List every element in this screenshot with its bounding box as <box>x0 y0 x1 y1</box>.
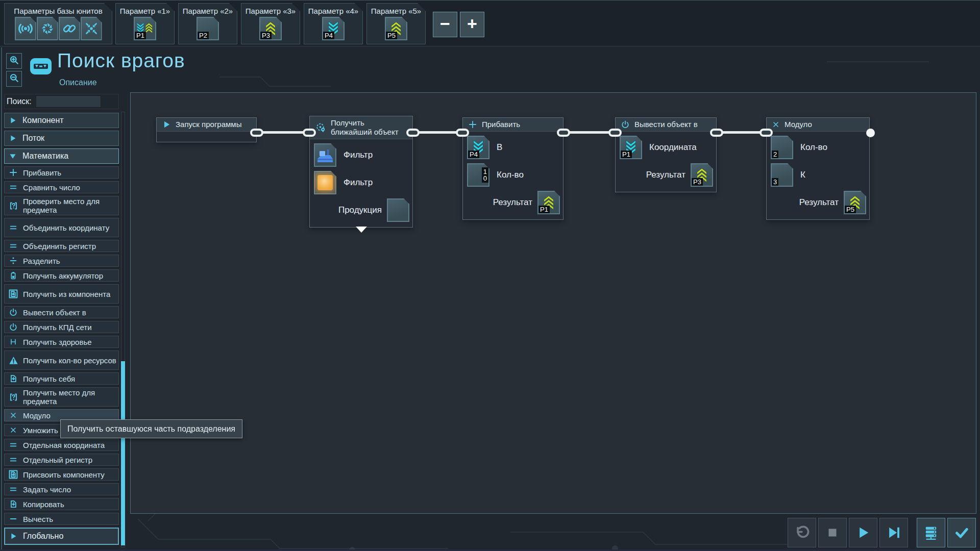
sidebar-item-7[interactable]: Объединить регистр <box>4 240 119 252</box>
sidebar-entry-label: Поток <box>22 134 44 143</box>
sidebar-item-5[interactable]: Проверить место для предмета <box>4 196 119 215</box>
node-header[interactable]: Прибавить <box>463 118 563 132</box>
parameter-slot-P1[interactable]: P1 <box>134 17 156 40</box>
wire-endpoint[interactable] <box>866 129 875 137</box>
node-slot[interactable] <box>314 171 336 194</box>
connector-plug[interactable] <box>710 129 723 137</box>
parameter-slot-P5[interactable]: P5 <box>385 17 407 40</box>
radio-icon <box>16 19 35 38</box>
node-4[interactable]: Модуло2Кол-во3КРезультатP5 <box>766 117 870 220</box>
search-row: Поиск: <box>4 94 119 109</box>
parameter-slot-P3[interactable]: P3 <box>259 17 282 40</box>
stop-icon <box>825 525 840 540</box>
sidebar-item-4[interactable]: Сравнить число <box>4 181 119 193</box>
sidebar-item-16[interactable]: Получить место для предмета <box>4 387 119 407</box>
node-slot[interactable] <box>387 198 409 222</box>
sidebar-category-2[interactable]: Математика <box>4 148 119 164</box>
remove-parameter-button[interactable]: − <box>433 12 457 37</box>
triangle-right-icon <box>9 532 17 540</box>
sidebar-item-3[interactable]: Прибавить <box>4 166 119 179</box>
tab-parameter-5[interactable]: Параметр «5»P5 <box>366 3 426 44</box>
page-subtitle[interactable]: Описание <box>59 78 97 87</box>
sidebar-entry-label: Вывести объект в <box>23 308 86 317</box>
sidebar-item-14[interactable]: Получить кол-во ресурсов <box>4 350 119 370</box>
node-2[interactable]: ПрибавитьP4В1 0Кол-воРезультатP1 <box>462 117 564 220</box>
play-big-icon <box>855 525 871 540</box>
undo-button[interactable] <box>788 518 816 547</box>
tab-parameter-4[interactable]: Параметр «4»P4 <box>304 3 363 44</box>
check-button[interactable] <box>947 518 976 547</box>
parameter-slot-P4[interactable]: P4 <box>322 17 345 40</box>
connector-plug[interactable] <box>456 129 469 137</box>
node-slot[interactable]: 1 0 <box>467 163 489 187</box>
node-header[interactable]: Модуло <box>767 118 869 132</box>
node-slot[interactable]: P3 <box>691 163 713 187</box>
sidebar-item-21[interactable]: Присвоить компоненту <box>4 468 119 481</box>
add-parameter-button[interactable]: + <box>460 12 484 37</box>
unit-base-params-tab[interactable]: Параметры базы юнитов <box>4 3 112 44</box>
sidebar-item-10[interactable]: Получить из компонента <box>4 284 119 304</box>
node-slot[interactable]: P1 <box>537 191 560 214</box>
tab-parameter-2[interactable]: Параметр «2»P2 <box>178 3 237 44</box>
equals-icon <box>7 485 20 494</box>
sidebar-item-22[interactable]: Задать число <box>4 483 119 495</box>
sidebar-item-9[interactable]: Получить аккумулятор <box>4 269 119 282</box>
sidebar-item-19[interactable]: Отдельная координата <box>4 439 119 451</box>
node-slot[interactable]: P4 <box>467 136 489 159</box>
group-slot-fan[interactable] <box>37 17 58 40</box>
search-label: Поиск: <box>7 97 32 106</box>
sidebar-entry-label: Получить место для предмета <box>23 388 118 406</box>
node-slot[interactable]: P5 <box>844 191 866 214</box>
node-0[interactable]: Запуск программы <box>156 117 257 142</box>
connector-plug[interactable] <box>608 129 622 137</box>
step-button[interactable] <box>879 518 908 547</box>
sidebar-item-11[interactable]: Вывести объект в <box>4 306 119 318</box>
sidebar-item-15[interactable]: Получить себя <box>4 372 119 385</box>
sidebar-item-13[interactable]: Получить здоровье <box>4 336 119 348</box>
play-button[interactable] <box>849 518 877 547</box>
tab-parameter-slots: P1 <box>116 17 174 40</box>
node-slot[interactable]: 3 <box>771 163 793 187</box>
tab-parameter-3[interactable]: Параметр «3»P3 <box>241 3 300 44</box>
sidebar-category-1[interactable]: Поток <box>4 131 119 146</box>
group-slot-radio[interactable] <box>15 17 36 40</box>
zoom-out-button[interactable] <box>6 71 22 87</box>
node-slot[interactable]: 2 <box>771 136 793 159</box>
connector-plug[interactable] <box>406 129 420 137</box>
node-slot[interactable] <box>314 143 336 167</box>
slot-badge: P5 <box>386 32 397 39</box>
sidebar-item-20[interactable]: Отдельный регистр <box>4 454 119 466</box>
zoom-in-button[interactable] <box>6 53 22 69</box>
sidebar-entry-label: Сравнить число <box>23 183 80 192</box>
slot-badge: P1 <box>538 206 550 213</box>
node-expand-arrow[interactable] <box>355 226 368 235</box>
node-1[interactable]: Получить ближайший объектФильтрФильтрПро… <box>309 116 413 228</box>
sidebar-item-8[interactable]: Разделить <box>4 255 119 267</box>
stop-button[interactable] <box>818 518 847 547</box>
connector-plug[interactable] <box>303 129 316 137</box>
sidebar-item-24[interactable]: Вычесть <box>4 513 119 525</box>
program-canvas[interactable]: Запуск программыПолучить ближайший объек… <box>130 92 976 514</box>
node-header[interactable]: Запуск программы <box>157 118 256 132</box>
wire-0 <box>250 129 316 137</box>
node-slot[interactable]: P1 <box>620 136 642 159</box>
sidebar-scrollbar-thumb[interactable] <box>121 361 125 545</box>
group-slot-link[interactable] <box>59 17 80 40</box>
instruction-list: КомпонентПотокМатематикаПрибавитьСравнит… <box>4 113 119 545</box>
tab-parameter-1[interactable]: Параметр «1»P1 <box>115 3 175 44</box>
connector-plug[interactable] <box>250 129 263 137</box>
node-3[interactable]: Вывести объект вP1КоординатаРезультатP3 <box>615 117 717 192</box>
queue-button[interactable] <box>917 518 945 547</box>
sidebar-item-12[interactable]: Получить КПД сети <box>4 321 119 333</box>
connector-plug[interactable] <box>760 129 773 137</box>
parameter-slot-P2[interactable]: P2 <box>197 17 219 40</box>
connector-plug[interactable] <box>557 129 570 137</box>
sidebar-item-23[interactable]: Копировать <box>4 498 119 510</box>
node-header[interactable]: Вывести объект в <box>616 118 716 132</box>
group-slot-converge[interactable] <box>81 17 102 40</box>
sidebar-item-6[interactable]: Объединить координату <box>4 218 119 237</box>
sidebar-category-25[interactable]: Глобально <box>4 528 119 545</box>
sidebar-category-0[interactable]: Компонент <box>4 113 119 128</box>
search-input[interactable] <box>36 95 101 108</box>
node-header[interactable]: Получить ближайший объект <box>310 116 412 139</box>
